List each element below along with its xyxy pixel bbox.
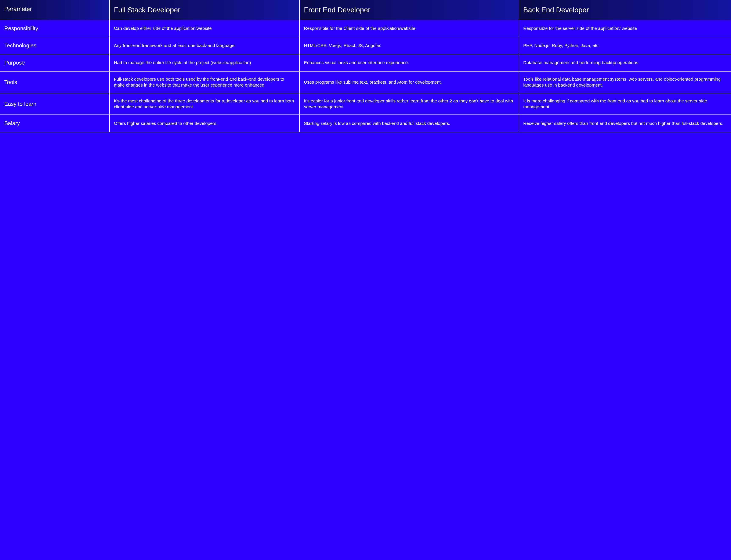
row-label-easy-to-learn: Easy to learn <box>0 93 110 115</box>
cell-responsibility-frontend: Responsible for the Client side of the a… <box>300 20 519 37</box>
row-label-technologies: Technologies <box>0 37 110 54</box>
cell-purpose-fullstack: Had to manage the entire life cycle of t… <box>110 54 300 72</box>
cell-technologies-backend: PHP, Node.js, Ruby, Python, Java, etc. <box>519 37 731 54</box>
cell-salary-fullstack: Offers higher salaries compared to other… <box>110 115 300 132</box>
cell-easy-fullstack: It's the most challenging of the three d… <box>110 93 300 115</box>
header-back-end: Back End Developer <box>519 0 731 20</box>
cell-responsibility-fullstack: Can develop either side of the applicati… <box>110 20 300 37</box>
cell-technologies-fullstack: Any front-end framework and at least one… <box>110 37 300 54</box>
row-label-salary: Salary <box>0 115 110 132</box>
cell-tools-fullstack: Full-stack developers use both tools use… <box>110 72 300 93</box>
cell-tools-frontend: Uses programs like sublime text, bracket… <box>300 72 519 93</box>
row-label-purpose: Purpose <box>0 54 110 72</box>
cell-salary-backend: Receive higher salary offers than front … <box>519 115 731 132</box>
row-label-tools: Tools <box>0 72 110 93</box>
header-front-end: Front End Developer <box>300 0 519 20</box>
row-label-responsibility: Responsibility <box>0 20 110 37</box>
header-parameter: Parameter <box>0 0 110 20</box>
cell-technologies-frontend: HTML/CSS, Vue.js, React, JS, Angular. <box>300 37 519 54</box>
cell-salary-frontend: Starting salary is low as compared with … <box>300 115 519 132</box>
cell-easy-frontend: It's easier for a junior front end devel… <box>300 93 519 115</box>
cell-purpose-backend: Database management and performing backu… <box>519 54 731 72</box>
cell-purpose-frontend: Enhances visual looks and user interface… <box>300 54 519 72</box>
comparison-table: Parameter Full Stack Developer Front End… <box>0 0 731 132</box>
cell-easy-backend: It is more challenging if compared with … <box>519 93 731 115</box>
header-full-stack: Full Stack Developer <box>110 0 300 20</box>
cell-responsibility-backend: Responsible for the server side of the a… <box>519 20 731 37</box>
cell-tools-backend: Tools like relational data base manageme… <box>519 72 731 93</box>
